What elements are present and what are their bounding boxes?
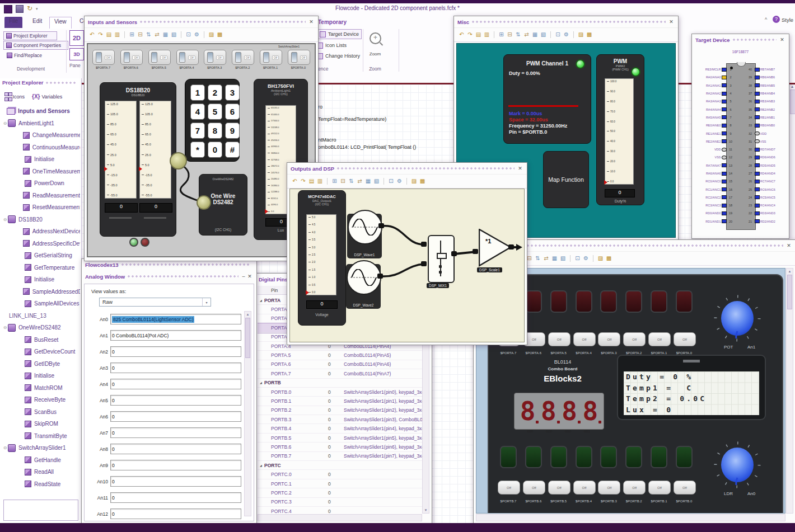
tree-item[interactable]: ⊖ ReadAll — [1, 466, 80, 478]
expand-icon[interactable]: ⊖ — [2, 217, 8, 222]
collapse-ribbon-icon[interactable]: ^ — [765, 17, 767, 22]
component-properties-button[interactable]: Component Properties — [3, 41, 68, 50]
pin-pad-icon[interactable] — [722, 219, 727, 223]
channel-value-field[interactable]: 0 — [110, 362, 241, 373]
expand-icon[interactable]: ◢ — [258, 299, 264, 302]
channel-value-field[interactable]: 0 — [110, 379, 241, 389]
zoom-control-label[interactable]: Zoom — [365, 51, 385, 57]
port-button[interactable]: Off $PORTA.2 — [623, 332, 644, 356]
view-mode-dropdown[interactable]: Raw ▾ — [99, 298, 211, 307]
pin-row[interactable]: VDD 11 30 RD7/AND7 — [694, 145, 787, 153]
tree-item[interactable]: ⊖ GetIDByte — [1, 358, 80, 370]
pin-pad-icon[interactable] — [722, 211, 727, 215]
toolbar-icon[interactable] — [570, 255, 570, 262]
pin-list-row[interactable]: ◢ PORTB.0 0 SwitchArraySlider1(pin0), ke… — [258, 388, 422, 397]
pin-list-row[interactable]: ◢ PORTA.5 0 ComboBL0114(PinA5) — [258, 351, 422, 360]
channel-value-field[interactable]: 0 — [110, 444, 241, 454]
pin-list-row[interactable]: ◢ PORTA.6 0 ComboBL0114(PinA6) — [258, 360, 422, 369]
port-button[interactable]: Off $PORTB.5 — [548, 481, 569, 505]
pin-list-row[interactable]: ◢ PORTB.6 0 SwitchArraySlider1(pin6), ke… — [258, 442, 422, 451]
toolbar-icon[interactable] — [384, 178, 384, 185]
toolbar-icon[interactable]: ▦ — [365, 178, 371, 185]
toolbar-icon[interactable]: ▨ — [578, 31, 584, 38]
toolbar-icon[interactable]: ⚙ — [396, 178, 403, 185]
toolbar-icon[interactable]: ⊡ — [185, 31, 191, 38]
pin-list-row[interactable]: ◢ PORTB — [258, 379, 422, 388]
pin-pad-icon[interactable] — [755, 139, 760, 143]
tree-item[interactable]: ⊖ Initialise — [1, 274, 80, 286]
channel-value-field[interactable]: 0 — [110, 460, 241, 470]
pin-row[interactable]: RA2/ANA2 4 37 RB4/ANB4 — [694, 90, 787, 97]
pin-pad-icon[interactable] — [722, 131, 727, 135]
style-button[interactable]: Style — [782, 17, 793, 23]
channel-value-field[interactable]: 0 — [110, 395, 241, 406]
toolbar-icon[interactable] — [406, 178, 407, 185]
toolbar-icon[interactable] — [593, 255, 593, 262]
toolbar-icon[interactable]: ▧ — [171, 31, 177, 38]
pin-pad-icon[interactable] — [722, 187, 727, 191]
tree-item[interactable]: ⊖ ResetMeasurement — [1, 201, 80, 214]
port-button[interactable]: Off $PORTA.5 — [548, 332, 569, 356]
toolbar-icon[interactable]: ⚙ — [583, 255, 589, 262]
tab-view[interactable]: View — [49, 17, 72, 29]
toolbar-icon[interactable]: ↷ — [467, 31, 473, 38]
tree-item[interactable]: ⊖ ReadState — [1, 478, 80, 491]
toolbar-icon[interactable]: ↶ — [89, 31, 95, 38]
channel-value-field[interactable]: 0 — [110, 411, 241, 422]
toolbar-icon[interactable]: ↶ — [459, 31, 465, 38]
toolbar-icon[interactable]: ▨ — [208, 31, 214, 38]
tree-item[interactable]: ⊖ SampleAddressedD... — [1, 286, 80, 298]
toolbar-icon[interactable]: ▧ — [540, 31, 546, 38]
pin-pad-icon[interactable] — [755, 76, 760, 79]
expand-icon[interactable]: ◢ — [258, 381, 264, 384]
pin-pad-icon[interactable] — [722, 172, 727, 176]
pin-list-row[interactable]: ◢ PORTC.3 0 — [258, 498, 422, 507]
minimize-icon[interactable]: – — [241, 274, 246, 279]
pin-pad-icon[interactable] — [722, 148, 727, 152]
close-icon[interactable]: ✕ — [517, 166, 523, 171]
channel-value-field[interactable]: 825 ComboBL0114(LightSensor ADC) — [110, 314, 241, 324]
pin-list-row[interactable]: ◢ PORTB.1 0 SwitchArraySlider1(pin1), ke… — [258, 397, 422, 406]
pin-pad-icon[interactable] — [722, 163, 727, 167]
pin-list-row[interactable]: ◢ PORTB.7 0 SwitchArraySlider1(pin7), ke… — [258, 452, 422, 461]
channel-value-field[interactable]: 0 — [110, 427, 241, 438]
pin-pad-icon[interactable] — [755, 100, 760, 103]
pin-pad-icon[interactable] — [755, 83, 760, 87]
port-button[interactable]: Off $PORTB.3 — [598, 481, 619, 505]
misc-titlebar[interactable]: Misc ✕ — [454, 16, 678, 27]
pin-pad-icon[interactable] — [722, 76, 727, 79]
toolbar-icon[interactable] — [550, 31, 551, 38]
tab-file[interactable]: File — [4, 17, 22, 28]
toolbar-icon[interactable]: ▩ — [217, 31, 223, 38]
pin-row[interactable]: RA7/ANA7 13 28 RD5/AND5 — [694, 162, 787, 170]
pin-pad-icon[interactable] — [722, 92, 727, 96]
pin-list-row[interactable]: ◢ PORTB.3 0 SwitchArraySlider1(pin3), Co… — [258, 415, 422, 424]
pin-row[interactable]: RA4/ANA4 6 35 RB2/ANB2 — [694, 105, 787, 113]
close-icon[interactable]: ✕ — [308, 19, 315, 25]
tab-edit[interactable]: Edit — [28, 17, 46, 28]
expand-icon[interactable]: ◢ — [258, 464, 264, 467]
toolbar-icon[interactable]: ▤ — [308, 178, 315, 185]
redo-icon[interactable]: ↻ — [27, 5, 32, 12]
pin-pad-icon[interactable] — [755, 187, 760, 191]
port-button[interactable]: Off $PORTB.7 — [498, 481, 519, 505]
toolbar-icon[interactable] — [494, 31, 494, 38]
port-button[interactable]: Off $PORTA.1 — [648, 332, 670, 356]
help-icon[interactable]: ? — [773, 16, 780, 23]
outputs-titlebar[interactable]: Outputs and DSP ✕ — [287, 163, 527, 174]
toolbar-icon[interactable]: ⚙ — [563, 31, 569, 38]
pin-row[interactable]: RA3/ANA3 5 36 RB3/ANB3 — [694, 97, 787, 105]
toolbar-icon[interactable]: ▧ — [560, 255, 566, 262]
pin-row[interactable]: RC3/ANC3 18 23 RC4/ANC4 — [694, 201, 787, 209]
analog-titlebar[interactable]: Analog Window – ✕ — [82, 270, 256, 283]
tree-item[interactable]: ⊖ BusReset — [1, 334, 80, 346]
tree-item[interactable]: ⊖ OneWireDS2482 — [1, 322, 80, 334]
pin-list-row[interactable]: ◢ PORTC.0 0 — [258, 470, 422, 479]
port-button[interactable]: Off $PORTB.1 — [648, 481, 670, 505]
sine-wave-icon[interactable] — [347, 260, 381, 295]
channel-value-field[interactable]: 0 ComboBL0114(Pot ADC) — [110, 330, 241, 341]
toolbar-icon[interactable]: ▦ — [162, 31, 169, 38]
pin-row[interactable]: RA1/ANA1 3 38 RB5/ANB5 — [694, 82, 787, 90]
pin-pad-icon[interactable] — [722, 83, 727, 87]
dsp-scale-amplifier[interactable]: *1 — [479, 229, 512, 267]
